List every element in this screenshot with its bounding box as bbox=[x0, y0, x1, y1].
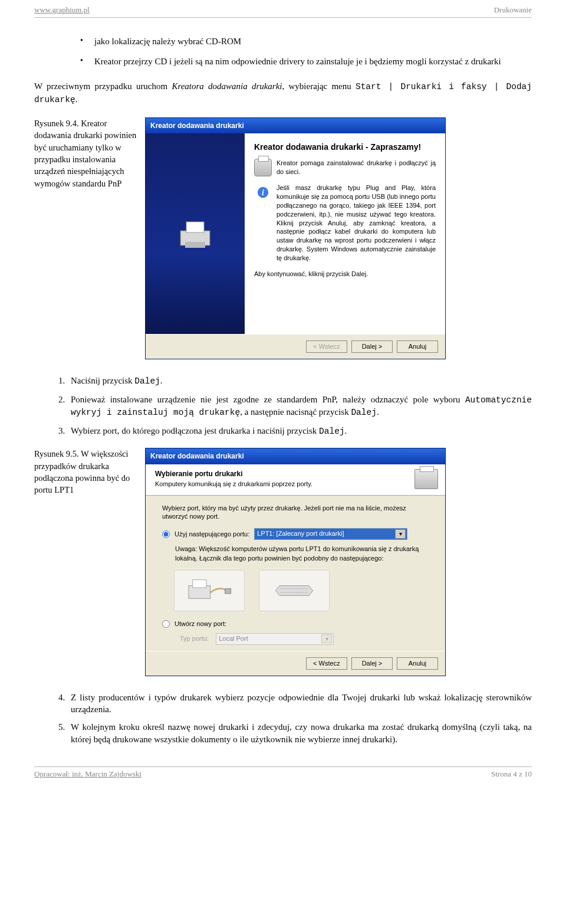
cancel-button[interactable]: Anuluj bbox=[397, 657, 438, 670]
svg-text:i: i bbox=[262, 188, 264, 197]
wizard-port-select: Kreator dodawania drukarki Wybieranie po… bbox=[145, 448, 446, 676]
figure-caption: Rysunek 9.4. Kreator dodawania drukarki … bbox=[34, 117, 139, 189]
step-item: Z listy producentów i typów drukarek wyb… bbox=[67, 692, 532, 716]
printer-icon bbox=[254, 159, 272, 176]
svg-rect-2 bbox=[185, 242, 205, 248]
wizard-heading: Kreator dodawania drukarki - Zapraszamy! bbox=[254, 142, 436, 153]
figure-caption: Rysunek 9.5. W większości przypadków dru… bbox=[34, 448, 139, 496]
author-label: Opracował: inż. Marcin Zajdowski bbox=[34, 769, 142, 779]
svg-rect-1 bbox=[186, 222, 204, 232]
svg-rect-6 bbox=[193, 580, 206, 588]
steps-list-a: Naciśnij przycisk Dalej. Ponieważ instal… bbox=[34, 375, 532, 437]
cancel-button[interactable]: Anuluj bbox=[397, 340, 438, 353]
new-port-label: Utwórz nowy port: bbox=[175, 620, 226, 628]
port-type-label: Typ portu: bbox=[180, 635, 209, 642]
next-button[interactable]: Dalej > bbox=[351, 657, 393, 670]
wizard-header-title: Wybieranie portu drukarki bbox=[155, 469, 312, 479]
page-number: Strona 4 z 10 bbox=[491, 769, 532, 779]
svg-rect-7 bbox=[225, 589, 231, 594]
wizard-continue-hint: Aby kontynuować, kliknij przycisk Dalej. bbox=[254, 270, 436, 278]
bullet-list: jako lokalizację należy wybrać CD-ROM Kr… bbox=[34, 35, 532, 68]
step-item: Ponieważ instalowane urządzenie nie jest… bbox=[67, 394, 532, 419]
back-button: < Wstecz bbox=[306, 340, 347, 353]
use-port-label: Użyj następującego portu: bbox=[175, 530, 249, 539]
parallel-connector-icon bbox=[259, 570, 330, 611]
paragraph: W przeciwnym przypadku uruchom Kreatora … bbox=[34, 80, 532, 106]
wizard-button-bar: < Wstecz Dalej > Anuluj bbox=[146, 651, 445, 676]
figure-9-4: Rysunek 9.4. Kreator dodawania drukarki … bbox=[34, 117, 532, 359]
site-link[interactable]: www.graphium.pl bbox=[34, 5, 90, 15]
step-item: Wybierz port, do którego podłączona jest… bbox=[67, 425, 532, 438]
wizard-titlebar: Kreator dodawania drukarki bbox=[146, 448, 445, 464]
info-icon: i bbox=[254, 184, 272, 201]
figure-9-5: Rysunek 9.5. W większości przypadków dru… bbox=[34, 448, 532, 676]
wizard-titlebar: Kreator dodawania drukarki bbox=[146, 118, 445, 133]
wizard-intro: Wybierz port, który ma być użyty przez d… bbox=[162, 504, 433, 522]
wizard-hero-pane bbox=[146, 133, 245, 334]
port-note: Uwaga: Większość komputerów używa portu … bbox=[175, 545, 423, 563]
step-item: W kolejnym kroku określ nazwę nowej druk… bbox=[67, 721, 532, 745]
page-header: www.graphium.pl Drukowanie bbox=[34, 5, 532, 18]
use-port-radio[interactable] bbox=[162, 530, 170, 538]
wizard-desc: Kreator pomaga zainstalować drukarkę i p… bbox=[277, 159, 436, 176]
next-button[interactable]: Dalej > bbox=[351, 340, 393, 353]
port-type-select: Local Port bbox=[216, 633, 334, 645]
new-port-radio-row: Utwórz nowy port: bbox=[162, 620, 433, 628]
wizard-info-text: Jeśli masz drukarkę typu Plug and Play, … bbox=[277, 184, 436, 263]
steps-list-b: Z listy producentów i typów drukarek wyb… bbox=[34, 692, 532, 745]
printer-hero-icon bbox=[175, 216, 216, 251]
back-button[interactable]: < Wstecz bbox=[306, 657, 347, 670]
bullet-item: Kreator przejrzy CD i jeżeli są na nim o… bbox=[80, 55, 532, 67]
new-port-radio[interactable] bbox=[162, 620, 170, 628]
wizard-welcome: Kreator dodawania drukarki Kreator dodaw… bbox=[145, 117, 446, 359]
printer-icon bbox=[414, 469, 438, 489]
use-port-radio-row: Użyj następującego portu: LPT1: [Zalecan… bbox=[162, 528, 433, 540]
page-footer: Opracował: inż. Marcin Zajdowski Strona … bbox=[34, 766, 532, 781]
printer-connector-icon bbox=[174, 570, 245, 611]
port-select[interactable]: LPT1: [Zalecany port drukarki] bbox=[254, 528, 407, 540]
bullet-item: jako lokalizację należy wybrać CD-ROM bbox=[80, 35, 532, 47]
section-label: Drukowanie bbox=[494, 5, 532, 15]
wizard-button-bar: < Wstecz Dalej > Anuluj bbox=[146, 334, 445, 359]
svg-marker-8 bbox=[275, 586, 312, 596]
connector-illustrations bbox=[174, 570, 433, 611]
wizard-header-subtitle: Komputery komunikują się z drukarkami po… bbox=[155, 480, 312, 489]
step-item: Naciśnij przycisk Dalej. bbox=[67, 375, 532, 388]
